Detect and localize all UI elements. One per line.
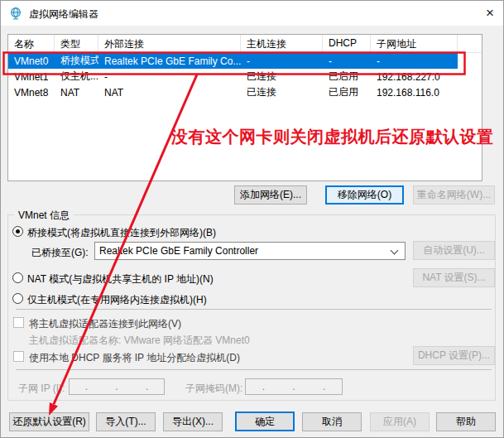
apply-button: 应用(A) xyxy=(370,412,430,431)
import-button[interactable]: 导入(T)... xyxy=(96,412,156,431)
hostonly-mode-label[interactable]: 仅主机模式(在专用网络内连接虚拟机)(H) xyxy=(27,293,207,307)
bridged-mode-label[interactable]: 桥接模式(将虚拟机直接连接到外部网络)(B) xyxy=(27,226,216,240)
table-row-vmnet1[interactable]: VMnet1 仅主机... - 已连接 已启用 192.168.227.0 xyxy=(8,69,482,84)
cell-hostconn: - xyxy=(241,55,323,67)
col-header-dhcp[interactable]: DHCP xyxy=(323,35,371,52)
col-header-type[interactable]: 类型 xyxy=(55,35,98,52)
vmnet-info-legend: VMnet 信息 xyxy=(14,209,74,223)
cell-name: VMnet8 xyxy=(8,87,55,99)
bridged-to-label: 已桥接至(G): xyxy=(31,246,89,260)
cancel-button[interactable]: 取消 xyxy=(302,412,362,431)
cell-external: - xyxy=(98,71,241,83)
cell-type: 桥接模式 xyxy=(55,54,98,68)
cell-subnet: - xyxy=(371,55,458,67)
cell-subnet: 192.168.116.0 xyxy=(371,87,458,99)
cell-type: 仅主机... xyxy=(55,70,98,84)
connect-adapter-checkbox[interactable] xyxy=(13,317,24,328)
cell-dhcp: 已启用 xyxy=(323,85,371,99)
export-button[interactable]: 导出(X)... xyxy=(163,412,223,431)
bridged-adapter-select[interactable]: Realtek PCIe GbE Family Controller xyxy=(94,242,406,260)
col-header-external[interactable]: 外部连接 xyxy=(98,35,241,52)
virtual-network-editor-dialog: 虚拟网络编辑器 × 名称 类型 外部连接 主机连接 DHCP 子网地址 VMne… xyxy=(0,0,504,438)
network-list[interactable]: 名称 类型 外部连接 主机连接 DHCP 子网地址 VMnet0 桥接模式 Re… xyxy=(7,34,482,181)
list-header: 名称 类型 外部连接 主机连接 DHCP 子网地址 xyxy=(8,35,482,53)
rename-network-button: 重命名网络(W)... xyxy=(413,185,495,205)
add-network-button[interactable]: 添加网络(E)... xyxy=(234,185,307,205)
col-header-hostconn[interactable]: 主机连接 xyxy=(241,35,323,52)
col-header-filler xyxy=(458,35,482,52)
cell-dhcp: - xyxy=(323,55,371,67)
subnet-mask-input[interactable]: . . . xyxy=(245,378,343,395)
connect-adapter-label[interactable]: 将主机虚拟适配器连接到此网络(V) xyxy=(29,317,181,331)
divider xyxy=(16,369,492,370)
bridged-adapter-value: Realtek PCIe GbE Family Controller xyxy=(99,245,258,257)
cell-external: NAT xyxy=(98,87,241,99)
nat-mode-label[interactable]: NAT 模式(与虚拟机共享主机的 IP 地址)(N) xyxy=(27,272,214,286)
dhcp-settings-button: DHCP 设置(P)... xyxy=(413,346,495,365)
cell-subnet: 192.168.227.0 xyxy=(371,71,458,83)
ok-button[interactable]: 确定 xyxy=(235,412,295,431)
local-dhcp-checkbox[interactable] xyxy=(13,351,24,362)
local-dhcp-label[interactable]: 使用本地 DHCP 服务将 IP 地址分配给虚拟机(D) xyxy=(29,351,240,365)
col-header-subnet[interactable]: 子网地址 xyxy=(371,35,458,52)
adapter-name-label: 主机虚拟适配器名称: VMware 网络适配器 VMnet0 xyxy=(29,334,250,348)
hostonly-mode-radio[interactable] xyxy=(12,293,23,304)
chevron-down-icon xyxy=(391,247,399,255)
auto-settings-button: 自动设置(U)... xyxy=(413,241,495,260)
window-title: 虚拟网络编辑器 xyxy=(29,7,98,22)
cell-type: NAT xyxy=(55,87,98,99)
subnet-ip-input[interactable]: . . . xyxy=(69,378,165,395)
table-row-vmnet8[interactable]: VMnet8 NAT NAT 已连接 已启用 192.168.116.0 xyxy=(8,84,482,100)
help-button[interactable]: 帮助 xyxy=(436,412,496,431)
cell-hostconn: 已连接 xyxy=(241,70,323,84)
col-header-name[interactable]: 名称 xyxy=(8,35,55,52)
remove-network-button[interactable]: 移除网络(O) xyxy=(325,185,404,205)
network-globe-icon xyxy=(9,7,22,20)
divider xyxy=(16,309,492,310)
cell-name: VMnet1 xyxy=(8,71,55,83)
subnet-mask-label: 子网掩码(M): xyxy=(185,382,242,396)
restore-defaults-button[interactable]: 还原默认设置(R) xyxy=(9,412,89,431)
cell-external: Realtek PCIe GbE Family Co... xyxy=(98,55,241,67)
cell-dhcp: 已启用 xyxy=(323,70,371,84)
cell-hostconn: 已连接 xyxy=(241,85,323,99)
close-button[interactable]: × xyxy=(477,1,503,26)
subnet-ip-label: 子网 IP (I): xyxy=(18,382,65,396)
table-row-vmnet0[interactable]: VMnet0 桥接模式 Realtek PCIe GbE Family Co..… xyxy=(8,53,458,69)
nat-settings-button: NAT 设置(S)... xyxy=(413,268,495,287)
nat-mode-radio[interactable] xyxy=(12,272,23,283)
close-icon: × xyxy=(486,5,494,22)
title-bar: 虚拟网络编辑器 × xyxy=(1,1,503,26)
cell-name: VMnet0 xyxy=(8,55,55,67)
bridged-mode-radio[interactable] xyxy=(12,226,23,237)
